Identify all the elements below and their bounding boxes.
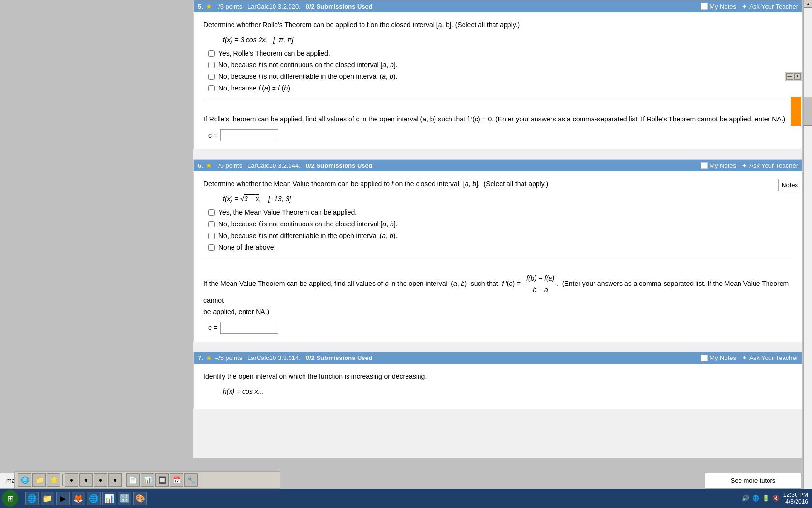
question-6-header-left: 6. ★ –/5 points LarCalc10 3.2.044. 0/2 S… xyxy=(198,162,373,169)
question-5-number: 5. xyxy=(198,3,203,10)
question-5-formula: f(x) = 3 cos 2x, [−π, π] xyxy=(223,36,792,44)
notes-label: Notes xyxy=(782,181,798,189)
question-5-star: ★ xyxy=(206,2,212,10)
question-6-checkbox-2[interactable] xyxy=(208,221,215,227)
close-button[interactable]: ✕ xyxy=(794,73,801,80)
question-5-option-1[interactable]: Yes, Rolle's Theorem can be applied. xyxy=(208,49,792,57)
notes-panel: Notes xyxy=(778,179,801,191)
question-6-c-label: c = xyxy=(208,324,218,331)
question-7-notes-checkbox[interactable] xyxy=(701,355,708,361)
question-5-options: Yes, Rolle's Theorem can be applied. No,… xyxy=(208,49,792,92)
question-6-my-notes-label: My Notes xyxy=(710,162,736,169)
question-5-block: 5. ★ –/5 points LarCalc10 3.2.020. 0/2 S… xyxy=(193,0,802,149)
question-7-header: 7. ★ –/5 points LarCalc10 3.3.014. 0/2 S… xyxy=(194,352,802,364)
question-5-ask-teacher-button[interactable]: ✦ Ask Your Teacher xyxy=(742,3,798,10)
question-6-checkbox-1[interactable] xyxy=(208,209,215,216)
ask-teacher-icon: ✦ xyxy=(742,3,747,10)
question-6-follow-up: If the Mean Value Theorem can be applied… xyxy=(203,259,792,334)
question-5-option-4[interactable]: No, because f (a) ≠ f (b). xyxy=(208,84,792,92)
question-6-my-notes-button[interactable]: My Notes xyxy=(701,162,736,169)
question-5-checkbox-2[interactable] xyxy=(208,62,215,68)
question-5-c-input[interactable] xyxy=(220,129,278,141)
question-5-c-row: c = xyxy=(208,129,792,141)
question-6-follow-up-text: If the Mean Value Theorem can be applied… xyxy=(203,273,792,317)
question-6-text: Determine whether the Mean Value theorem… xyxy=(203,179,792,189)
question-5-body: Determine whether Rolle's Theorem can be… xyxy=(194,12,802,149)
question-6-ask-teacher-button[interactable]: ✦ Ask Your Teacher xyxy=(742,162,798,169)
question-6-c-row: c = xyxy=(208,322,792,334)
question-7-text: Identify the open interval on which the … xyxy=(203,372,792,382)
question-5-checkbox-3[interactable] xyxy=(208,74,215,80)
question-7-block: 7. ★ –/5 points LarCalc10 3.3.014. 0/2 S… xyxy=(193,352,802,409)
ask-teacher-icon-6: ✦ xyxy=(742,162,747,169)
scrollbar-thumb[interactable] xyxy=(804,97,812,126)
question-6-option-1[interactable]: Yes, the Mean Value Theorem can be appli… xyxy=(208,209,792,216)
question-7-header-left: 7. ★ –/5 points LarCalc10 3.3.014. 0/2 S… xyxy=(198,354,373,362)
question-5-notes-checkbox[interactable] xyxy=(701,3,708,10)
orange-sidebar-block xyxy=(791,97,801,126)
question-5-follow-up: If Rolle's theorem can be applied, find … xyxy=(203,100,792,141)
question-6-c-input[interactable] xyxy=(220,322,278,334)
question-5-checkbox-4[interactable] xyxy=(208,85,215,91)
question-5-header: 5. ★ –/5 points LarCalc10 3.2.020. 0/2 S… xyxy=(194,0,802,12)
question-7-star: ★ xyxy=(206,354,212,362)
question-5-my-notes-button[interactable]: My Notes xyxy=(701,3,736,10)
question-7-number: 7. xyxy=(198,354,203,361)
question-6-option-4[interactable]: None of the above. xyxy=(208,243,792,251)
question-6-body: Determine whether the Mean Value theorem… xyxy=(194,171,802,342)
question-5-c-label: c = xyxy=(208,132,218,139)
question-5-header-right: My Notes ✦ Ask Your Teacher xyxy=(701,3,798,10)
window-controls: — ✕ xyxy=(785,72,802,81)
question-5-header-left: 5. ★ –/5 points LarCalc10 3.2.020. 0/2 S… xyxy=(198,2,373,10)
question-6-formula: f(x) = √3 − x, [−13, 3] xyxy=(223,195,792,203)
question-7-header-right: My Notes ✦ Ask Your Teacher xyxy=(701,354,798,361)
question-6-options: Yes, the Mean Value Theorem can be appli… xyxy=(208,209,792,251)
question-6-checkbox-3[interactable] xyxy=(208,233,215,239)
question-6-block: 6. ★ –/5 points LarCalc10 3.2.044. 0/2 S… xyxy=(193,159,802,342)
question-7-body: Identify the open interval on which the … xyxy=(194,364,802,409)
question-6-points: –/5 points LarCalc10 3.2.044. 0/2 Submis… xyxy=(215,162,373,169)
question-6-header-right: My Notes ✦ Ask Your Teacher xyxy=(701,162,798,169)
question-7-ask-teacher-label: Ask Your Teacher xyxy=(749,354,798,361)
question-5-checkbox-1[interactable] xyxy=(208,50,215,57)
question-6-checkbox-4[interactable] xyxy=(208,244,215,251)
question-5-my-notes-label: My Notes xyxy=(710,3,736,10)
question-6-header: 6. ★ –/5 points LarCalc10 3.2.044. 0/2 S… xyxy=(194,160,802,171)
question-6-option-3[interactable]: No, because f is not differentiable in t… xyxy=(208,232,792,239)
scrollbar-up-button[interactable]: ▲ xyxy=(804,0,812,8)
question-5-option-3[interactable]: No, because f is not differentiable in t… xyxy=(208,73,792,80)
question-6-star: ★ xyxy=(206,162,212,169)
question-5-ask-teacher-label: Ask Your Teacher xyxy=(749,3,798,10)
question-6-option-2[interactable]: No, because f is not continuous on the c… xyxy=(208,220,792,228)
question-5-points: –/5 points LarCalc10 3.2.020. 0/2 Submis… xyxy=(215,3,373,10)
question-7-my-notes-button[interactable]: My Notes xyxy=(701,354,736,361)
question-5-option-2[interactable]: No, because f is not continuous on the c… xyxy=(208,61,792,69)
question-5-text: Determine whether Rolle's Theorem can be… xyxy=(203,20,792,30)
question-5-follow-up-text: If Rolle's theorem can be applied, find … xyxy=(203,114,792,124)
question-7-formula: h(x) = cos x... xyxy=(223,388,792,395)
ask-teacher-icon-7: ✦ xyxy=(742,354,747,361)
question-7-my-notes-label: My Notes xyxy=(710,354,736,361)
question-7-ask-teacher-button[interactable]: ✦ Ask Your Teacher xyxy=(742,354,798,361)
question-6-number: 6. xyxy=(198,162,203,169)
question-6-notes-checkbox[interactable] xyxy=(701,162,708,169)
minimize-button[interactable]: — xyxy=(786,73,793,80)
scrollbar[interactable]: ▲ ▼ xyxy=(803,0,812,458)
question-7-points: –/5 points LarCalc10 3.3.014. 0/2 Submis… xyxy=(215,354,373,361)
question-6-ask-teacher-label: Ask Your Teacher xyxy=(749,162,798,169)
